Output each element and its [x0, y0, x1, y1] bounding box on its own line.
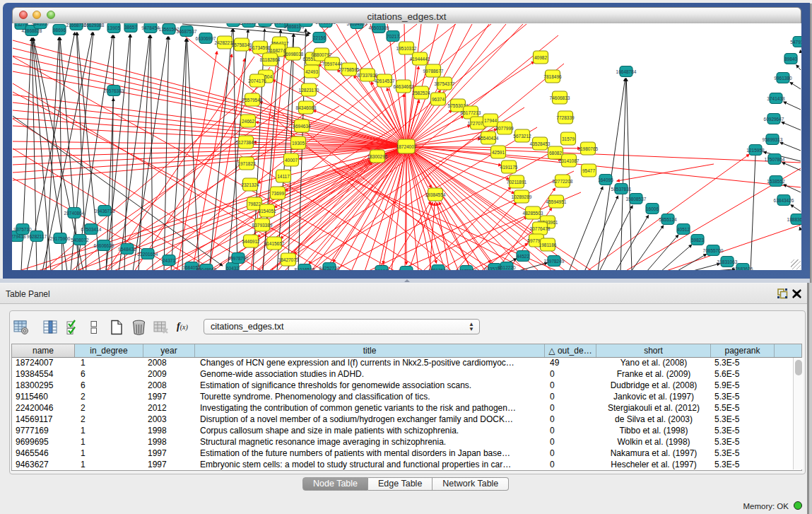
svg-text:63606628: 63606628: [94, 243, 114, 248]
svg-text:14117: 14117: [277, 174, 290, 179]
svg-text:66629388: 66629388: [84, 23, 105, 28]
svg-text:18724007: 18724007: [396, 144, 417, 149]
svg-text:55540424: 55540424: [478, 136, 499, 141]
svg-text:70855700: 70855700: [703, 248, 724, 253]
svg-text:35808537: 35808537: [626, 197, 647, 201]
svg-text:89840: 89840: [784, 57, 797, 62]
svg-text:19510312: 19510312: [396, 46, 417, 51]
svg-text:75579548: 75579548: [242, 98, 263, 103]
svg-text:40007: 40007: [285, 158, 298, 163]
svg-text:28740864: 28740864: [64, 211, 85, 216]
svg-text:70217: 70217: [387, 34, 399, 39]
svg-text:98696: 98696: [53, 28, 66, 33]
svg-text:1981186: 1981186: [539, 243, 557, 247]
svg-text:31831063: 31831063: [717, 259, 738, 264]
svg-text:24972279: 24972279: [457, 269, 477, 271]
svg-text:48285503: 48285503: [523, 211, 543, 216]
svg-text:96374: 96374: [432, 97, 445, 102]
svg-text:58537831: 58537831: [611, 187, 632, 192]
svg-text:70211891: 70211891: [507, 180, 527, 185]
svg-text:38427073: 38427073: [278, 257, 299, 262]
svg-text:91415657: 91415657: [264, 241, 285, 246]
svg-text:16006: 16006: [646, 206, 659, 211]
svg-text:60432: 60432: [226, 266, 239, 271]
svg-text:87337818: 87337818: [358, 73, 378, 78]
svg-text:10289289: 10289289: [512, 194, 532, 199]
svg-text:42493: 42493: [305, 69, 318, 74]
svg-text:9478454: 9478454: [141, 25, 160, 30]
svg-text:39436733: 39436733: [95, 209, 115, 214]
svg-text:4694634: 4694634: [293, 124, 311, 129]
svg-text:5855124: 5855124: [659, 217, 677, 222]
svg-text:1971823: 1971823: [237, 161, 256, 166]
svg-text:63843426: 63843426: [774, 198, 794, 203]
svg-text:2074176: 2074176: [248, 78, 266, 83]
svg-text:45594951: 45594951: [546, 199, 567, 204]
svg-text:12823170: 12823170: [299, 88, 319, 93]
svg-text:81016525: 81016525: [295, 267, 315, 271]
svg-text:42614537: 42614537: [375, 78, 395, 83]
svg-text:81182864: 81182864: [260, 57, 281, 62]
svg-text:36687537: 36687537: [177, 29, 197, 34]
svg-text:56164955: 56164955: [347, 23, 367, 26]
svg-text:19384554: 19384554: [425, 192, 446, 197]
svg-text:2582524: 2582524: [412, 90, 430, 95]
svg-text:95477: 95477: [582, 168, 595, 173]
svg-text:8077999: 8077999: [495, 126, 514, 131]
svg-text:64634663: 64634663: [394, 84, 414, 89]
svg-text:95899313: 95899313: [763, 137, 783, 142]
svg-text:38657: 38657: [124, 25, 137, 30]
svg-text:9961380: 9961380: [774, 76, 792, 81]
svg-text:164095: 164095: [598, 177, 613, 182]
svg-text:79822: 79822: [248, 201, 261, 206]
svg-text:43528453: 43528453: [530, 141, 551, 146]
svg-text:60929647: 60929647: [764, 117, 784, 122]
svg-text:99353: 99353: [400, 269, 413, 271]
svg-text:22981052: 22981052: [316, 23, 336, 25]
svg-text:36998038: 36998038: [283, 52, 304, 57]
svg-text:68082: 68082: [549, 151, 562, 156]
svg-text:89978790: 89978790: [228, 256, 249, 261]
svg-text:47338124: 47338124: [239, 23, 259, 25]
svg-text:9375710: 9375710: [13, 227, 32, 232]
svg-text:20576383: 20576383: [104, 88, 124, 93]
svg-text:57683626: 57683626: [733, 267, 753, 271]
svg-text:6647119: 6647119: [298, 23, 315, 24]
svg-text:33978249: 33978249: [544, 259, 565, 264]
svg-text:42591: 42591: [492, 150, 505, 155]
svg-text:31579: 31579: [562, 136, 575, 141]
svg-text:40982: 40982: [534, 55, 547, 60]
svg-text:59823: 59823: [691, 238, 704, 243]
svg-text:19305: 19305: [292, 141, 305, 146]
svg-text:13905: 13905: [107, 25, 120, 30]
svg-text:30776478: 30776478: [530, 226, 551, 231]
svg-text:41944441: 41944441: [410, 57, 430, 62]
svg-text:44522: 44522: [517, 254, 529, 259]
svg-text:5479144: 5479144: [790, 40, 801, 45]
svg-text:30926: 30926: [259, 23, 271, 24]
svg-text:23141087: 23141087: [559, 158, 579, 163]
svg-text:84346088: 84346088: [296, 105, 317, 110]
svg-text:24371: 24371: [163, 258, 175, 263]
svg-text:66306997: 66306997: [196, 36, 216, 41]
svg-text:1538552: 1538552: [767, 179, 785, 184]
svg-text:22201654: 22201654: [138, 252, 158, 257]
svg-text:1215958: 1215958: [746, 148, 765, 153]
svg-text:67503414: 67503414: [81, 227, 102, 232]
svg-text:9548432: 9548432: [118, 247, 136, 252]
svg-text:74606833: 74606833: [550, 95, 570, 100]
svg-text:5446912: 5446912: [242, 239, 260, 244]
svg-text:7728339: 7728339: [556, 115, 575, 120]
svg-text:90048665: 90048665: [196, 267, 217, 271]
svg-text:68800797: 68800797: [312, 52, 332, 57]
svg-text:4191175: 4191175: [500, 165, 518, 170]
svg-text:18883684: 18883684: [787, 217, 801, 222]
svg-text:29175900: 29175900: [50, 236, 71, 241]
svg-text:95758349: 95758349: [232, 42, 252, 47]
svg-text:73699: 73699: [271, 191, 284, 196]
svg-text:65177213: 65177213: [461, 110, 481, 115]
svg-text:17944: 17944: [484, 118, 497, 123]
svg-text:7818496: 7818496: [543, 74, 562, 79]
svg-text:82772208: 82772208: [553, 179, 573, 184]
svg-text:2321324: 2321324: [241, 182, 259, 187]
